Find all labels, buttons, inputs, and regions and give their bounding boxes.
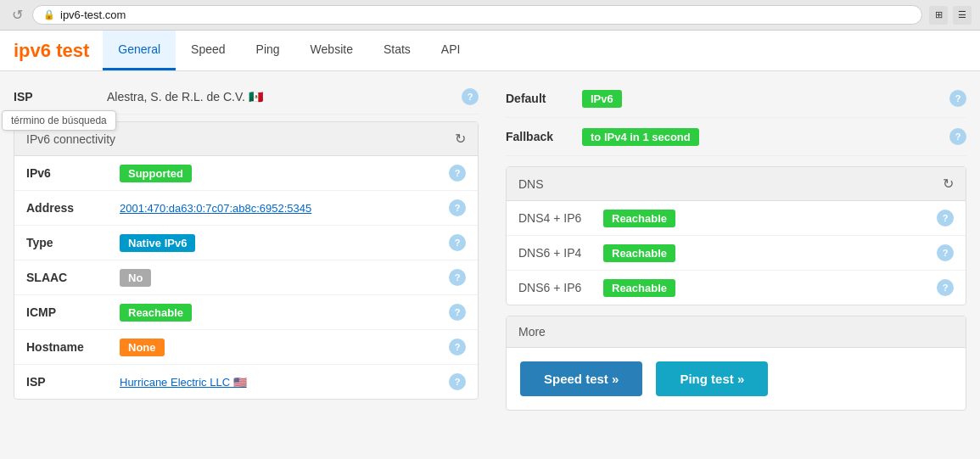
main-content: ISP Alestra, S. de R.L. de C.V. 🇲🇽 ? IPv… [0, 71, 980, 419]
ipv6-supported-badge: Supported [120, 165, 192, 182]
logo: ipv6 test [0, 31, 103, 70]
isp-value: Alestra, S. de R.L. de C.V. 🇲🇽 [107, 90, 462, 104]
icmp-badge: Reachable [120, 304, 192, 322]
ipv6-info-icon[interactable]: ? [449, 165, 466, 182]
default-value: IPv6 [582, 92, 949, 105]
address-label: Address [26, 201, 120, 215]
browser-icons: ⊞ ☰ [929, 6, 972, 25]
hostname-info-icon[interactable]: ? [449, 339, 466, 355]
slaac-value: No [120, 271, 449, 284]
logo-ipv6: ipv6 [14, 40, 51, 61]
ipv6-panel-title: IPv6 connectivity [26, 132, 115, 146]
icmp-value: Reachable [120, 305, 449, 319]
tooltip-bubble: término de búsqueda [2, 110, 116, 131]
icmp-info-icon[interactable]: ? [449, 304, 466, 321]
url-bar[interactable]: 🔒 ipv6-test.com [32, 5, 922, 25]
dns-title: DNS [518, 177, 544, 191]
isp-panel-label: ISP [26, 375, 120, 389]
isp-row: ISP Alestra, S. de R.L. de C.V. 🇲🇽 ? [14, 80, 479, 115]
tab-website[interactable]: Website [295, 31, 368, 70]
browser-chrome: ↺ 🔒 ipv6-test.com ⊞ ☰ [0, 0, 980, 31]
dns6-ip4-row: DNS6 + IP4 Reachable ? [507, 236, 966, 271]
dns6-ip6-badge: Reachable [603, 279, 675, 297]
fallback-row: Fallback to IPv4 in 1 second ? [506, 118, 966, 156]
type-info-icon[interactable]: ? [449, 234, 466, 251]
slaac-badge: No [120, 269, 151, 287]
fallback-badge: to IPv4 in 1 second [582, 128, 699, 146]
dns4-ip6-value: Reachable [603, 211, 937, 225]
tab-speed[interactable]: Speed [176, 31, 240, 70]
menu-icon[interactable]: ☰ [953, 6, 972, 25]
fallback-value: to IPv4 in 1 second [582, 130, 949, 143]
right-column: Default IPv6 ? Fallback to IPv4 in 1 sec… [492, 71, 980, 419]
nav-bar: ipv6 test General Speed Ping Website Sta… [0, 31, 980, 71]
slaac-label: SLAAC [26, 271, 120, 284]
isp-panel-info-icon[interactable]: ? [449, 373, 466, 390]
type-value: Native IPv6 [120, 236, 449, 249]
address-row: Address 2001:470:da63:0:7c07:ab8c:6952:5… [14, 191, 478, 226]
dns4-ip6-badge: Reachable [603, 210, 675, 227]
dns4-ip6-row: DNS4 + IP6 Reachable ? [507, 201, 966, 236]
slaac-row: SLAAC No ? [14, 260, 478, 295]
icmp-row: ICMP Reachable ? [14, 295, 478, 330]
default-row: Default IPv6 ? [506, 80, 966, 118]
dns6-ip6-row: DNS6 + IP6 Reachable ? [507, 271, 966, 305]
ipv6-refresh-icon[interactable]: ↻ [455, 131, 466, 147]
tooltip-text: término de búsqueda [11, 115, 107, 126]
isp-info-icon[interactable]: ? [462, 88, 479, 105]
ipv6-row: IPv6 Supported ? [14, 156, 478, 191]
ipv6-panel: IPv6 connectivity ↻ IPv6 Supported ? Add… [14, 121, 479, 400]
dns-header: DNS ↻ [507, 167, 966, 201]
dns6-ip4-label: DNS6 + IP4 [518, 246, 603, 260]
default-badge: IPv6 [582, 90, 622, 108]
tab-api[interactable]: API [426, 31, 476, 70]
dns4-ip6-label: DNS4 + IP6 [518, 211, 603, 225]
type-badge: Native IPv6 [120, 234, 195, 252]
tab-ping[interactable]: Ping [241, 31, 295, 70]
fallback-label: Fallback [506, 130, 582, 143]
type-label: Type [26, 236, 120, 249]
dns4-ip6-info-icon[interactable]: ? [937, 210, 954, 227]
dns6-ip4-value: Reachable [603, 246, 937, 260]
lock-icon: 🔒 [43, 9, 55, 20]
slaac-info-icon[interactable]: ? [449, 269, 466, 286]
type-row: Type Native IPv6 ? [14, 226, 478, 260]
address-info-icon[interactable]: ? [449, 199, 466, 216]
dns6-ip6-info-icon[interactable]: ? [937, 279, 954, 296]
fallback-info-icon[interactable]: ? [949, 128, 966, 145]
back-button[interactable]: ↺ [8, 7, 25, 24]
more-body: Speed test » Ping test » [507, 348, 966, 410]
dns6-ip6-value: Reachable [603, 281, 937, 294]
tab-general[interactable]: General [103, 31, 176, 70]
url-text: ipv6-test.com [60, 8, 126, 21]
tab-stats[interactable]: Stats [368, 31, 426, 70]
hostname-row: Hostname None ? [14, 330, 478, 365]
more-header: More [507, 316, 966, 348]
isp-panel-row: ISP Hurricane Electric LLC 🇺🇸 ? [14, 365, 478, 399]
more-title: More [518, 325, 546, 339]
hostname-value: None [120, 340, 449, 354]
address-value: 2001:470:da63:0:7c07:ab8c:6952:5345 [120, 201, 449, 215]
ipv6-row-value: Supported [120, 166, 449, 180]
dns-panel: DNS ↻ DNS4 + IP6 Reachable ? DNS6 + IP4 … [506, 166, 966, 305]
speed-test-button[interactable]: Speed test » [520, 361, 642, 396]
isp-panel-link[interactable]: Hurricane Electric LLC 🇺🇸 [120, 376, 247, 389]
hostname-label: Hostname [26, 340, 120, 354]
isp-label: ISP [14, 90, 107, 104]
dns6-ip6-label: DNS6 + IP6 [518, 281, 603, 294]
icmp-label: ICMP [26, 305, 120, 319]
more-panel: More Speed test » Ping test » [506, 316, 966, 411]
dns6-ip4-info-icon[interactable]: ? [937, 244, 954, 261]
dns-refresh-icon[interactable]: ↻ [943, 176, 954, 192]
nav-tabs: General Speed Ping Website Stats API [103, 31, 475, 70]
address-link[interactable]: 2001:470:da63:0:7c07:ab8c:6952:5345 [120, 202, 311, 215]
isp-panel-value: Hurricane Electric LLC 🇺🇸 [120, 375, 449, 389]
dns6-ip4-badge: Reachable [603, 244, 675, 262]
grid-icon[interactable]: ⊞ [929, 6, 948, 25]
ping-test-button[interactable]: Ping test » [656, 361, 768, 396]
logo-test: test [51, 40, 89, 61]
ipv6-row-label: IPv6 [26, 166, 120, 180]
hostname-badge: None [120, 339, 165, 356]
default-label: Default [506, 92, 582, 105]
default-info-icon[interactable]: ? [949, 90, 966, 107]
